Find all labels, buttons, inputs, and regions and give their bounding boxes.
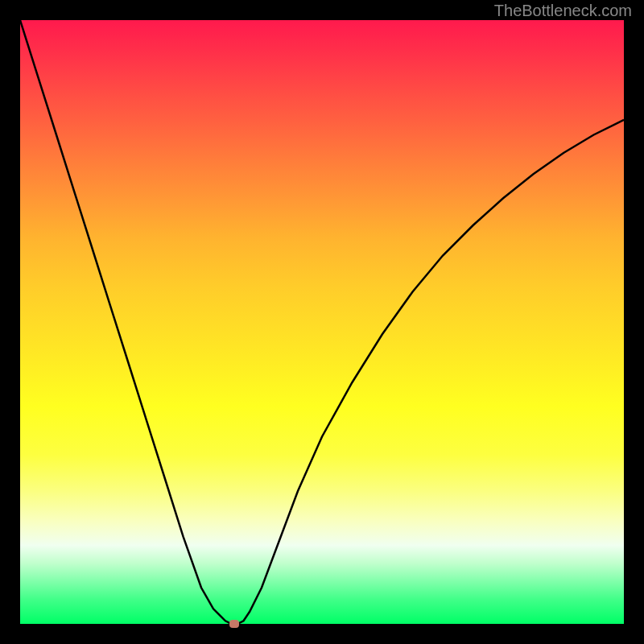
curve-path <box>20 20 624 624</box>
bottleneck-curve <box>20 20 624 624</box>
minimum-marker <box>229 620 239 628</box>
watermark-text: TheBottleneck.com <box>494 2 632 20</box>
chart-frame: TheBottleneck.com <box>0 0 644 644</box>
